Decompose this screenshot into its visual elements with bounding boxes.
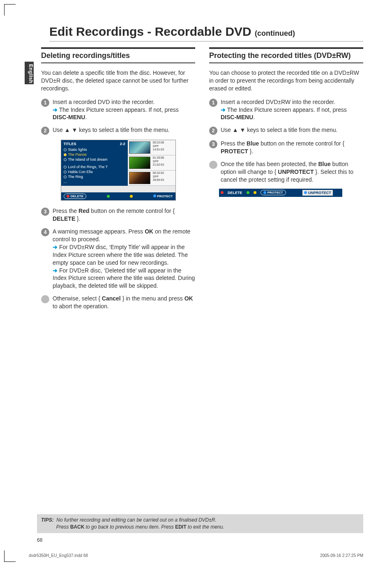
thumb-date: 14:01:03 — [153, 148, 164, 151]
step-number-2-icon: 2 — [209, 127, 217, 135]
section-bar — [41, 47, 195, 49]
arrow-icon: ➜ — [53, 244, 58, 250]
strip-unprotect-label: UNPROTECT — [308, 191, 331, 195]
section-bar — [209, 47, 363, 49]
title-item-label: The Pianist — [68, 152, 87, 157]
red-led-icon — [67, 195, 69, 198]
arrow-icon: ➜ — [53, 267, 58, 274]
arrow-icon: ➜ — [53, 106, 58, 113]
bullet-c: to abort the operation. — [53, 303, 109, 310]
thumb-time: 00:32:02 — [153, 171, 164, 175]
delete-bullet-otherwise: Otherwise, select { Cancel } in the menu… — [41, 295, 195, 310]
right-column: Protecting the recorded titles (DVD±RW) … — [209, 47, 363, 315]
page-title: Edit Recordings - Recordable DVD (contin… — [49, 25, 363, 39]
crop-mark-bottom-left — [4, 550, 16, 562]
protect-label-group: PROTECT — [153, 194, 173, 198]
blue-led-icon — [263, 191, 266, 194]
green-led-icon — [107, 195, 110, 198]
thumb-time: 00:22:08 — [153, 141, 164, 144]
yellow-led-icon — [254, 191, 256, 194]
protect-step-1: 1 Insert a recorded DVD±RW into the reco… — [209, 98, 363, 122]
bullet-icon — [209, 161, 217, 169]
title-item-label: Habla Con Ella — [68, 170, 93, 174]
blue-button-label: Blue — [318, 161, 330, 167]
edit-label: EDIT — [175, 524, 186, 530]
titles-header-label: TITLES — [64, 142, 76, 146]
step-number-1-icon: 1 — [209, 99, 217, 107]
title-rule — [49, 41, 363, 42]
footer-timestamp: 2005-09-16 2:27:25 PM — [320, 553, 363, 558]
red-button-label: Red — [78, 208, 89, 214]
footer: dvdr5350H_EU_Eng537.indd 68 2005-09-16 2… — [29, 553, 363, 558]
protect-strip-bar: DELETE PROTECT → UNPROTECT — [219, 189, 342, 197]
section-title-protect: Protecting the recorded titles (DVD±RW) — [209, 51, 363, 63]
titles-pane: TITLES 2-2 Static lights The Pianist The… — [61, 140, 128, 186]
thumb-date: 21:02:03 — [153, 163, 164, 166]
step4-a: A warning message appears. Press — [53, 228, 145, 235]
thumb-mode: SPP — [153, 160, 164, 163]
thumb-mode: SPP — [153, 175, 164, 178]
tips-label: TIPS: — [41, 517, 54, 523]
disc-menu-label: DISC-MENU — [221, 114, 253, 120]
bullet-icon — [41, 295, 49, 303]
blue-button-label: Blue — [247, 140, 259, 147]
cancel-label: Cancel — [102, 295, 121, 302]
delete-step-1: 1 Insert a recorded DVD into the recorde… — [41, 98, 195, 122]
protect-step1-result-b: . — [253, 114, 255, 120]
strip-protect-label: PROTECT — [267, 191, 283, 194]
thumbnail-image — [129, 172, 150, 184]
thumbnail-image — [129, 157, 150, 169]
page-title-continued: (continued) — [255, 29, 295, 37]
back-label: BACK — [70, 524, 85, 530]
title-item-label: Lord of the Rings, The T — [68, 165, 108, 169]
section-title-delete: Deleting recordings/titles — [41, 51, 195, 63]
protect-label: PROTECT — [221, 148, 248, 155]
title-item-label: ... — [64, 180, 67, 184]
thumb-date: 28:06:03 — [153, 178, 164, 182]
step-number-2-icon: 2 — [41, 127, 49, 135]
unprotect-chip: UNPROTECT — [302, 190, 333, 196]
protect-pill: PROTECT — [261, 190, 286, 195]
ok-label: OK — [145, 228, 153, 235]
tips-line2-c: to exit the menu. — [187, 524, 224, 530]
step3-b: button on the remote control for { — [89, 208, 175, 214]
step-number-3-icon: 3 — [209, 140, 217, 148]
protect-step1-result-a: The Index Picture screen appears. If not… — [226, 106, 347, 113]
disc-menu-label: DISC-MENU — [53, 114, 85, 120]
title-marker-icon — [64, 148, 67, 151]
delete-intro: You can delete a specific title from the… — [41, 69, 195, 92]
arrow-icon: ➜ — [221, 106, 226, 113]
protect-label: PROTECT — [157, 194, 173, 198]
pstep3-b: button on the remote control for { — [259, 140, 344, 147]
protect-bullet: Once the title has been protected, the B… — [209, 160, 363, 184]
step-number-4-icon: 4 — [41, 228, 49, 236]
title-marker-icon — [64, 166, 67, 169]
bullet-a: Otherwise, select { — [53, 295, 102, 302]
red-led-icon — [221, 191, 224, 194]
strip-delete-label: DELETE — [228, 191, 242, 195]
page-title-main: Edit Recordings - Recordable DVD — [49, 25, 255, 38]
step4-rw: For DVD±RW disc, ‘Empty Title’ will appe… — [53, 244, 188, 266]
delete-step-4: 4 A warning message appears. Press OK on… — [41, 228, 195, 290]
delete-pill-label: DELETE — [71, 194, 84, 198]
step4-r: For DVD±R disc, ‘Deleted title’ will app… — [53, 267, 195, 289]
delete-step2-text: Use ▲ ▼ keys to select a title from the … — [53, 126, 195, 134]
page-number: 68 — [37, 537, 42, 543]
protect-step-3: 3 Press the Blue button on the remote co… — [209, 140, 363, 155]
protect-intro: You can choose to protect the recorded t… — [209, 69, 363, 92]
titles-header-count: 2-2 — [120, 142, 125, 146]
delete-step-2: 2 Use ▲ ▼ keys to select a title from th… — [41, 126, 195, 135]
language-tab: English — [25, 62, 34, 84]
index-action-bar: DELETE PROTECT — [61, 192, 175, 200]
pstep3-a: Press the — [221, 140, 247, 147]
tips-line1: No further recording and editing can be … — [56, 517, 216, 523]
delete-step-3: 3 Press the Red button on the remote con… — [41, 207, 195, 223]
title-marker-icon — [64, 176, 67, 178]
footer-file: dvdr5350H_EU_Eng537.indd 68 — [29, 553, 88, 558]
thumb-time: 01:20:00 — [153, 156, 164, 159]
bullet-b: } in the menu and press — [121, 295, 184, 302]
crop-mark-top-left — [4, 4, 16, 16]
tips-line2-a: Press — [56, 524, 70, 530]
yellow-led-icon — [130, 195, 133, 198]
index-picture-screen: TITLES 2-2 Static lights The Pianist The… — [61, 140, 176, 201]
